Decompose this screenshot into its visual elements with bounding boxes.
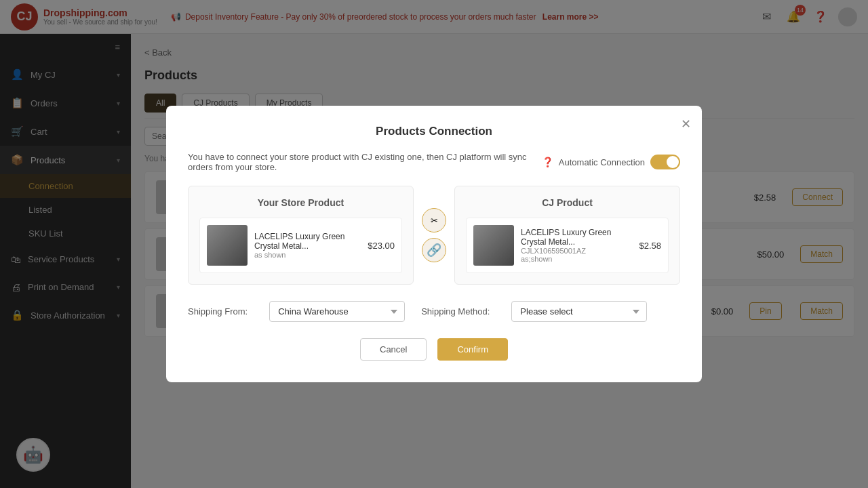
modal-buttons: Cancel Confirm xyxy=(188,338,680,361)
scissors-icon-btn[interactable]: ✂ xyxy=(422,208,446,232)
store-product-card: LACELIPS Luxury Green Crystal Metal... a… xyxy=(199,218,402,273)
shipping-method-select[interactable]: Please select xyxy=(511,301,647,322)
modal-info-row: You have to connect your store product w… xyxy=(188,152,680,172)
shipping-from-label: Shipping From: xyxy=(188,306,248,317)
link-icon: 🔗 xyxy=(427,243,441,258)
modal-info-text: You have to connect your store product w… xyxy=(188,152,542,172)
store-product-price: $23.00 xyxy=(368,241,395,251)
modal-overlay: Products Connection ✕ You have to connec… xyxy=(0,0,868,488)
help-circle-icon[interactable]: ❓ xyxy=(542,157,553,167)
shipping-row: Shipping From: China Warehouse Shipping … xyxy=(188,301,680,322)
store-product-thumb-inner xyxy=(207,225,248,266)
products-connection-row: Your Store Product LACELIPS Luxury Green… xyxy=(188,186,680,285)
cj-product-card: LACELIPS Luxury Green Crystal Metal... C… xyxy=(466,218,669,273)
modal-title: Products Connection xyxy=(188,125,680,138)
scissors-icon: ✂ xyxy=(431,216,438,226)
cj-product-sku: CJLX106595001AZ xyxy=(521,247,632,255)
store-product-name: LACELIPS Luxury Green Crystal Metal... xyxy=(254,232,361,251)
cancel-button[interactable]: Cancel xyxy=(360,338,427,361)
products-connection-modal: Products Connection ✕ You have to connec… xyxy=(166,106,702,382)
cj-product-panel: CJ Product LACELIPS Luxury Green Crystal… xyxy=(454,186,680,285)
shipping-from-select[interactable]: China Warehouse xyxy=(269,301,405,322)
confirm-button[interactable]: Confirm xyxy=(437,338,508,361)
your-store-product-panel: Your Store Product LACELIPS Luxury Green… xyxy=(188,186,414,285)
cj-product-name: LACELIPS Luxury Green Crystal Metal... xyxy=(521,228,632,247)
cj-product-thumb-inner xyxy=(473,225,514,266)
your-store-product-label: Your Store Product xyxy=(199,197,402,208)
cj-product-sub: as;shown xyxy=(521,255,632,263)
cj-product-info: LACELIPS Luxury Green Crystal Metal... C… xyxy=(521,228,632,263)
connection-icons: ✂ 🔗 xyxy=(414,208,454,262)
shipping-method-label: Shipping Method: xyxy=(421,306,490,317)
cj-product-thumb xyxy=(473,225,514,266)
link-icon-btn[interactable]: 🔗 xyxy=(422,238,446,262)
auto-connection-toggle-area: ❓ Automatic Connection xyxy=(542,155,680,169)
store-product-info: LACELIPS Luxury Green Crystal Metal... a… xyxy=(254,232,361,259)
store-product-thumb xyxy=(207,225,248,266)
store-product-sub: as shown xyxy=(254,251,361,259)
cj-product-price: $2.58 xyxy=(639,241,661,251)
cj-product-label: CJ Product xyxy=(466,197,669,208)
auto-connection-toggle[interactable] xyxy=(650,155,680,169)
auto-connection-label: Automatic Connection xyxy=(559,157,645,167)
toggle-knob xyxy=(667,156,679,168)
modal-close-button[interactable]: ✕ xyxy=(681,117,691,131)
